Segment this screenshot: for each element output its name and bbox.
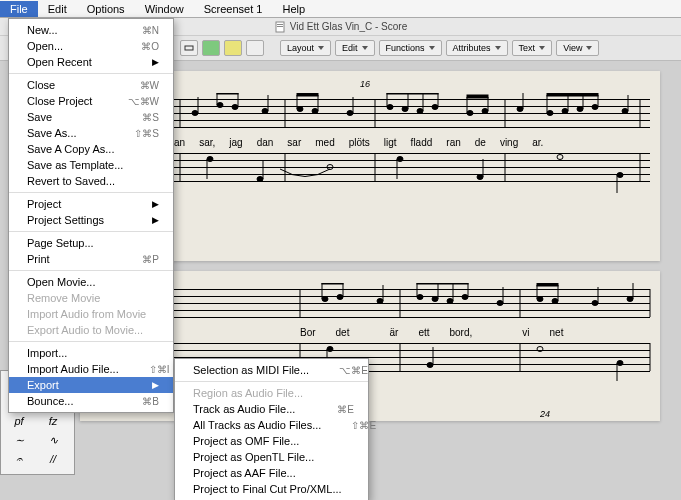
- svg-point-28: [402, 107, 408, 112]
- svg-point-46: [592, 105, 598, 110]
- svg-point-36: [467, 111, 473, 116]
- svg-rect-15: [217, 93, 238, 94]
- menu-bounce[interactable]: Bounce...⌘B: [9, 393, 173, 409]
- menu-options[interactable]: Options: [77, 1, 135, 17]
- export-submenu: Selection as MIDI File...⌥⌘E Region as A…: [174, 358, 369, 500]
- svg-point-87: [447, 299, 453, 304]
- menu-revert[interactable]: Revert to Saved...: [9, 173, 173, 189]
- lyrics-line: ga.Jadansar,jagdansarmedplötsligtfladdra…: [116, 137, 660, 148]
- lyrics-line: Bordetärettbord,vinet: [300, 327, 660, 338]
- menu-print[interactable]: Print⌘P: [9, 251, 173, 267]
- palette-cell[interactable]: ∿: [39, 432, 67, 448]
- palette-cell[interactable]: fz: [39, 413, 67, 429]
- export-region-audio: Region as Audio File...: [175, 385, 368, 401]
- svg-point-20: [297, 107, 303, 112]
- menu-edit[interactable]: Edit: [38, 1, 77, 17]
- measure-number: 16: [360, 79, 370, 89]
- menu-project-settings[interactable]: Project Settings▶: [9, 212, 173, 228]
- svg-rect-98: [537, 283, 558, 286]
- menu-separator: [9, 192, 173, 193]
- svg-point-13: [217, 103, 223, 108]
- svg-point-88: [462, 295, 468, 300]
- staff: [100, 99, 650, 131]
- palette-cell[interactable]: ∼: [5, 432, 33, 448]
- menu-separator: [9, 231, 173, 232]
- chevron-right-icon: ▶: [152, 215, 159, 225]
- menu-window[interactable]: Window: [135, 1, 194, 17]
- document-icon: [274, 21, 286, 33]
- svg-rect-47: [547, 93, 598, 96]
- menu-close-project[interactable]: Close Project⌥⌘W: [9, 93, 173, 109]
- svg-point-14: [232, 105, 238, 110]
- tool-button-yellow[interactable]: [224, 40, 242, 56]
- menu-open-recent[interactable]: Open Recent▶: [9, 54, 173, 70]
- staff: [100, 289, 650, 321]
- svg-point-86: [432, 297, 438, 302]
- menu-import-audio-movie: Import Audio from Movie: [9, 306, 173, 322]
- toolbar-text[interactable]: Text: [512, 40, 553, 56]
- svg-point-29: [417, 109, 423, 114]
- svg-point-70: [557, 155, 563, 160]
- export-aaf[interactable]: Project as AAF File...: [175, 465, 368, 481]
- menu-page-setup[interactable]: Page Setup...: [9, 235, 173, 251]
- toolbar-attributes[interactable]: Attributes: [446, 40, 508, 56]
- export-selection-midi[interactable]: Selection as MIDI File...⌥⌘E: [175, 362, 368, 378]
- export-omf[interactable]: Project as OMF File...: [175, 433, 368, 449]
- palette-cell[interactable]: pf: [5, 413, 33, 429]
- menu-open[interactable]: Open...⌘O: [9, 38, 173, 54]
- svg-point-65: [327, 165, 333, 170]
- export-all-tracks[interactable]: All Tracks as Audio Files...⇧⌘E: [175, 417, 368, 433]
- svg-point-114: [617, 361, 623, 366]
- toolbar-edit[interactable]: Edit: [335, 40, 375, 56]
- export-track-audio[interactable]: Track as Audio File...⌘E: [175, 401, 368, 417]
- menu-help[interactable]: Help: [272, 1, 315, 17]
- svg-point-96: [537, 297, 543, 302]
- tool-button-green[interactable]: [202, 40, 220, 56]
- menu-import[interactable]: Import...: [9, 345, 173, 361]
- svg-point-78: [322, 297, 328, 302]
- menu-project[interactable]: Project▶: [9, 196, 173, 212]
- toolbar-functions[interactable]: Functions: [379, 40, 442, 56]
- menu-save-copy[interactable]: Save A Copy As...: [9, 141, 173, 157]
- svg-rect-1: [277, 24, 283, 25]
- toolbar-view[interactable]: View: [556, 40, 599, 56]
- menu-export[interactable]: Export▶: [9, 377, 173, 393]
- menu-save-template[interactable]: Save as Template...: [9, 157, 173, 173]
- menu-close[interactable]: Close⌘W: [9, 77, 173, 93]
- menu-open-movie[interactable]: Open Movie...: [9, 274, 173, 290]
- measure-number: 24: [540, 409, 550, 419]
- menu-file[interactable]: File: [0, 1, 38, 17]
- tool-button[interactable]: [246, 40, 264, 56]
- chevron-right-icon: ▶: [152, 380, 159, 390]
- menu-separator: [175, 381, 368, 382]
- menu-new[interactable]: New...⌘N: [9, 22, 173, 38]
- export-opentl[interactable]: Project as OpenTL File...: [175, 449, 368, 465]
- svg-point-103: [627, 297, 633, 302]
- svg-point-101: [592, 301, 598, 306]
- menu-save-as[interactable]: Save As...⇧⌘S: [9, 125, 173, 141]
- window-title: Vid Ett Glas Vin_C - Score: [290, 21, 407, 32]
- palette-cell[interactable]: //: [39, 451, 67, 467]
- toolbar-layout[interactable]: Layout: [280, 40, 331, 56]
- export-fcpxml[interactable]: Project to Final Cut Pro/XML...: [175, 481, 368, 497]
- staff: [100, 153, 650, 185]
- svg-point-21: [312, 109, 318, 114]
- palette-cell[interactable]: 𝄐: [5, 451, 33, 467]
- svg-point-43: [547, 111, 553, 116]
- menu-save[interactable]: Save⌘S: [9, 109, 173, 125]
- notes-upper-2: [100, 283, 660, 323]
- menu-screenset[interactable]: Screenset 1: [194, 1, 273, 17]
- svg-point-52: [622, 109, 628, 114]
- tool-button[interactable]: [180, 40, 198, 56]
- svg-point-113: [537, 347, 543, 352]
- svg-point-109: [327, 347, 333, 352]
- menu-separator: [9, 73, 173, 74]
- notes-lower: [100, 149, 660, 199]
- svg-point-94: [497, 301, 503, 306]
- menu-import-audio[interactable]: Import Audio File...⇧⌘I: [9, 361, 173, 377]
- svg-rect-3: [185, 46, 193, 50]
- svg-rect-89: [417, 283, 468, 284]
- chevron-right-icon: ▶: [152, 57, 159, 67]
- file-menu: New...⌘N Open...⌘O Open Recent▶ Close⌘W …: [8, 18, 174, 413]
- svg-point-27: [387, 105, 393, 110]
